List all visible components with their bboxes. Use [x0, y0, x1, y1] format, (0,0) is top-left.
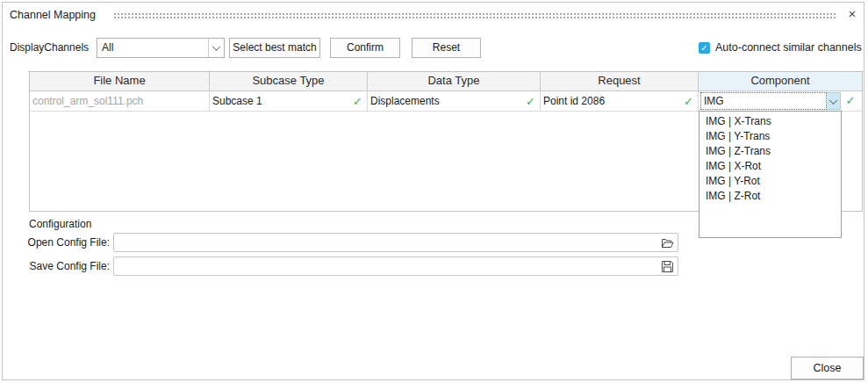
save-disk-icon[interactable] [661, 260, 674, 273]
auto-connect-label: Auto-connect similar channels [715, 39, 862, 57]
check-icon: ✓ [353, 92, 364, 111]
subcase-type-text: Subcase 1 [212, 92, 262, 111]
close-icon[interactable]: × [843, 5, 861, 23]
column-header-file-name[interactable]: File Name [30, 72, 210, 90]
open-config-file-label: Open Config File: [3, 233, 110, 252]
check-icon: ✓ [841, 92, 860, 110]
table-row: control_arm_sol111.pch Subcase 1 ✓ Displ… [30, 91, 862, 112]
cell-data-type[interactable]: Displacements ✓ [368, 91, 541, 111]
dropdown-option[interactable]: IMG | Z-Trans [699, 144, 841, 159]
component-dropdown-list: IMG | X-Trans IMG | Y-Trans IMG | Z-Tran… [699, 111, 842, 238]
data-type-text: Displacements [370, 92, 440, 111]
save-config-file-field [113, 257, 678, 276]
dropdown-option[interactable]: IMG | Y-Trans [699, 129, 841, 144]
cell-component: IMG ✓ [699, 91, 862, 111]
open-config-file-field [113, 233, 678, 252]
column-header-request[interactable]: Request [541, 72, 699, 90]
component-combobox-input[interactable]: IMG [700, 92, 827, 110]
cell-file-name[interactable]: control_arm_sol111.pch [30, 91, 210, 111]
check-icon: ✓ [526, 92, 537, 111]
table-header-row: File Name Subcase Type Data Type Request… [30, 72, 862, 91]
dropdown-option[interactable]: IMG | Y-Rot [699, 174, 841, 189]
configuration-section-label: Configuration [29, 218, 91, 231]
dropdown-option[interactable]: IMG | Z-Rot [699, 189, 841, 204]
display-channels-value: All [97, 39, 208, 57]
close-button[interactable]: Close [791, 357, 864, 379]
dropdown-option[interactable]: IMG | X-Rot [699, 159, 841, 174]
cell-subcase-type[interactable]: Subcase 1 ✓ [210, 91, 368, 111]
reset-button[interactable]: Reset [412, 38, 481, 58]
open-config-file-input[interactable] [116, 235, 659, 252]
chevron-down-icon[interactable] [827, 92, 841, 110]
column-header-component[interactable]: Component [699, 72, 862, 90]
request-text: Point id 2086 [543, 92, 605, 111]
confirm-button[interactable]: Confirm [330, 38, 400, 58]
chevron-down-icon[interactable] [208, 39, 224, 57]
component-combobox[interactable]: IMG [700, 92, 841, 110]
check-icon: ✓ [684, 92, 695, 111]
file-name-text: control_arm_sol111.pch [32, 92, 143, 111]
select-best-match-button[interactable]: Select best match [229, 38, 320, 58]
save-config-file-input[interactable] [116, 258, 659, 276]
dialog-title: Channel Mapping [10, 6, 96, 24]
dropdown-option[interactable]: IMG | X-Trans [699, 114, 841, 129]
channel-mapping-dialog: Channel Mapping × DisplayChannels All Se… [2, 2, 864, 380]
display-channels-select[interactable]: All [97, 38, 225, 58]
drag-handle-dots[interactable] [113, 12, 836, 18]
open-folder-icon[interactable] [661, 236, 674, 249]
cell-request[interactable]: Point id 2086 ✓ [541, 91, 699, 111]
column-header-data-type[interactable]: Data Type [368, 72, 541, 90]
auto-connect-checkbox[interactable]: ✓ [699, 42, 710, 54]
display-channels-label: DisplayChannels [10, 38, 89, 58]
column-header-subcase-type[interactable]: Subcase Type [210, 72, 368, 90]
save-config-file-label: Save Config File: [3, 257, 110, 276]
